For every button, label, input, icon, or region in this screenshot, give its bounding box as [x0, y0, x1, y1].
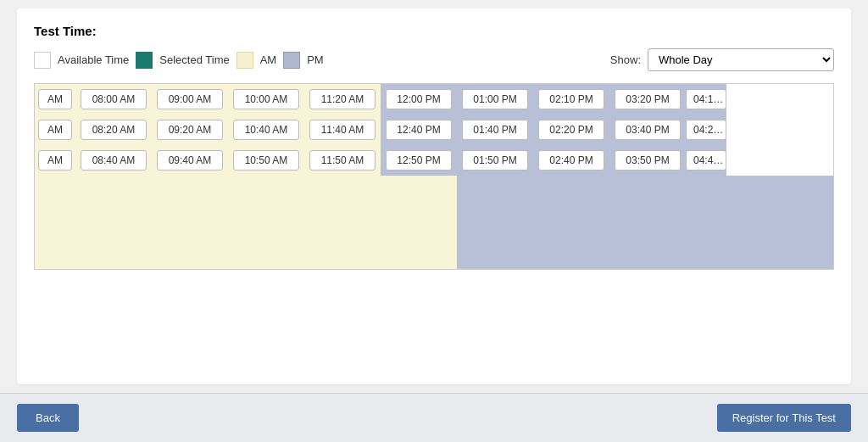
- time-btn-0340[interactable]: 03:40 PM: [615, 120, 681, 140]
- time-btn-1240[interactable]: 12:40 PM: [386, 120, 452, 140]
- time-btn-am-partial-r1[interactable]: AM: [38, 89, 72, 109]
- time-btn-0900[interactable]: 09:00 AM: [157, 89, 223, 109]
- pm-section-row2: 12:40 PM 01:40 PM 02:20 PM 03:40 PM 04:2…: [381, 115, 726, 145]
- time-cell-0420-partial: 04:2…: [686, 115, 726, 145]
- am-section-row3: AM 08:40 AM 09:40 AM 10:50 AM 11:50 AM: [35, 145, 381, 176]
- time-btn-0420[interactable]: 04:2…: [686, 120, 726, 140]
- time-btn-1040[interactable]: 10:40 AM: [233, 120, 299, 140]
- time-btn-am-partial-r2[interactable]: AM: [38, 120, 72, 140]
- time-btn-1000[interactable]: 10:00 AM: [233, 89, 299, 109]
- time-cell-0440-partial: 04:4…: [686, 145, 726, 176]
- time-cell-1150: 11:50 AM: [304, 145, 381, 176]
- am-section-row1: AM 08:00 AM 09:00 AM 10:00 AM 11:20 AM: [35, 84, 381, 115]
- pm-section-row3: 12:50 PM 01:50 PM 02:40 PM 03:50 PM 04:4…: [381, 145, 726, 176]
- time-cell-0240: 02:40 PM: [533, 145, 609, 176]
- am-icon: [236, 52, 253, 69]
- time-btn-1250[interactable]: 12:50 PM: [386, 150, 452, 171]
- time-btn-0800[interactable]: 08:00 AM: [81, 89, 147, 109]
- time-cell-0210: 02:10 PM: [533, 84, 609, 115]
- time-cell-0900: 09:00 AM: [152, 84, 228, 115]
- time-cell-0410-partial: 04:1…: [686, 84, 726, 115]
- pm-label: PM: [307, 53, 324, 66]
- time-btn-0150[interactable]: 01:50 PM: [462, 150, 528, 171]
- time-cell-1120: 11:20 AM: [304, 84, 381, 115]
- am-section-row2: AM 08:20 AM 09:20 AM 10:40 AM 11:40 AM: [35, 115, 381, 145]
- show-dropdown[interactable]: Whole Day AM Only PM Only: [648, 48, 834, 71]
- am-partial-r1: AM: [35, 84, 75, 115]
- time-btn-0920[interactable]: 09:20 AM: [157, 120, 223, 140]
- time-cell-0100: 01:00 PM: [457, 84, 533, 115]
- selected-time-label: Selected Time: [159, 53, 229, 66]
- time-btn-0350[interactable]: 03:50 PM: [615, 150, 681, 171]
- am-label: AM: [260, 53, 277, 66]
- time-btn-0220[interactable]: 02:20 PM: [538, 120, 604, 140]
- time-btn-0820[interactable]: 08:20 AM: [81, 120, 147, 140]
- time-btn-0940[interactable]: 09:40 AM: [157, 150, 223, 171]
- time-cell-1050: 10:50 AM: [228, 145, 304, 176]
- am-filler: [35, 176, 457, 269]
- time-cell-1000: 10:00 AM: [228, 84, 304, 115]
- time-cell-1040: 10:40 AM: [228, 115, 304, 145]
- am-partial-r3: AM: [35, 145, 75, 176]
- time-btn-0140[interactable]: 01:40 PM: [462, 120, 528, 140]
- available-time-icon: [34, 52, 51, 69]
- available-time-label: Available Time: [58, 53, 129, 66]
- pm-section-row1: 12:00 PM 01:00 PM 02:10 PM 03:20 PM 04:1…: [381, 84, 726, 115]
- time-btn-1050[interactable]: 10:50 AM: [233, 150, 299, 171]
- time-cell-1240: 12:40 PM: [381, 115, 457, 145]
- main-card: Test Time: Available Time Selected Time …: [17, 8, 851, 384]
- register-button[interactable]: Register for This Test: [717, 404, 851, 432]
- time-btn-1150[interactable]: 11:50 AM: [309, 150, 376, 171]
- time-btn-1200[interactable]: 12:00 PM: [386, 89, 452, 109]
- show-label: Show:: [610, 53, 641, 66]
- time-cell-1250: 12:50 PM: [381, 145, 457, 176]
- time-row-1: AM 08:00 AM 09:00 AM 10:00 AM 11:20 AM: [35, 84, 833, 115]
- time-cell-0350: 03:50 PM: [609, 145, 686, 176]
- filler-row: [35, 176, 833, 269]
- time-cell-0820: 08:20 AM: [75, 115, 152, 145]
- section-title: Test Time:: [34, 24, 834, 38]
- time-row-2: AM 08:20 AM 09:20 AM 10:40 AM 11:40 AM: [35, 115, 833, 145]
- time-cell-0840: 08:40 AM: [75, 145, 152, 176]
- time-btn-0440[interactable]: 04:4…: [686, 150, 726, 171]
- time-row-3: AM 08:40 AM 09:40 AM 10:50 AM 11:50 AM: [35, 145, 833, 176]
- time-grid: AM 08:00 AM 09:00 AM 10:00 AM 11:20 AM: [35, 84, 833, 269]
- time-btn-0240[interactable]: 02:40 PM: [538, 150, 604, 171]
- time-btn-0210[interactable]: 02:10 PM: [538, 89, 604, 109]
- time-cell-0140: 01:40 PM: [457, 115, 533, 145]
- time-btn-1120[interactable]: 11:20 AM: [309, 89, 376, 109]
- time-cell-0940: 09:40 AM: [152, 145, 228, 176]
- time-cell-0800: 08:00 AM: [75, 84, 152, 115]
- time-btn-0320[interactable]: 03:20 PM: [615, 89, 681, 109]
- time-btn-0100[interactable]: 01:00 PM: [462, 89, 528, 109]
- time-cell-0920: 09:20 AM: [152, 115, 228, 145]
- legend-row: Available Time Selected Time AM PM Show:…: [34, 48, 834, 71]
- time-cell-0320: 03:20 PM: [609, 84, 686, 115]
- back-button[interactable]: Back: [17, 404, 79, 432]
- time-btn-0410[interactable]: 04:1…: [686, 89, 726, 109]
- footer-bar: Back Register for This Test: [0, 393, 868, 442]
- time-btn-am-partial-r3[interactable]: AM: [38, 150, 72, 171]
- time-cell-0220: 02:20 PM: [533, 115, 609, 145]
- selected-time-icon: [136, 52, 153, 69]
- time-cell-0150: 01:50 PM: [457, 145, 533, 176]
- time-btn-1140[interactable]: 11:40 AM: [309, 120, 376, 140]
- time-cell-1200: 12:00 PM: [381, 84, 457, 115]
- time-grid-container: AM 08:00 AM 09:00 AM 10:00 AM 11:20 AM: [34, 83, 834, 270]
- time-btn-0840[interactable]: 08:40 AM: [81, 150, 147, 171]
- time-cell-0340: 03:40 PM: [609, 115, 686, 145]
- time-cell-1140: 11:40 AM: [304, 115, 381, 145]
- pm-icon: [283, 52, 300, 69]
- pm-filler: [457, 176, 834, 269]
- am-partial-r2: AM: [35, 115, 75, 145]
